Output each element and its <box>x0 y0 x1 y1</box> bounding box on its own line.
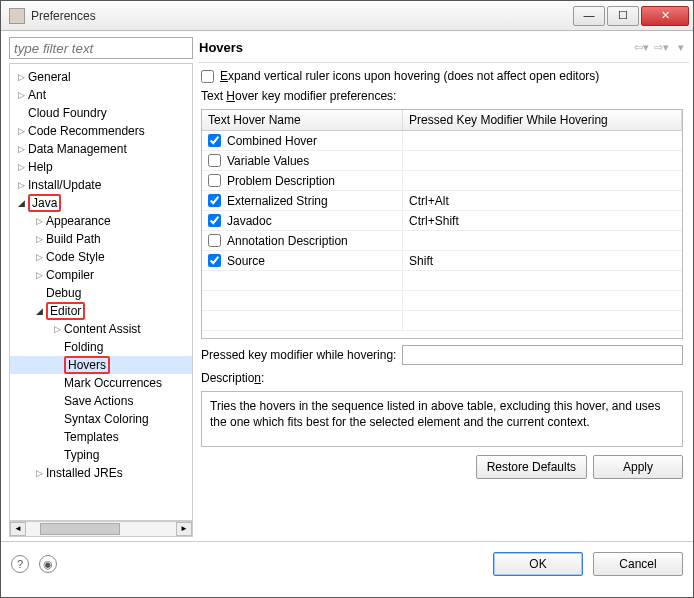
row-modifier: Ctrl+Shift <box>403 211 682 231</box>
status-icon[interactable]: ◉ <box>39 555 57 573</box>
table-row[interactable]: JavadocCtrl+Shift <box>202 211 682 231</box>
row-modifier <box>403 231 682 251</box>
tree-item-content-assist[interactable]: ▷Content Assist <box>10 320 192 338</box>
close-button[interactable]: ✕ <box>641 6 689 26</box>
row-checkbox[interactable] <box>208 134 221 147</box>
chevron-right-icon[interactable]: ▷ <box>32 216 46 226</box>
pressed-label: Pressed key modifier while hovering: <box>201 348 396 362</box>
back-icon[interactable]: ⇦▾ <box>633 41 649 55</box>
tree-item-appearance[interactable]: ▷Appearance <box>10 212 192 230</box>
main-panel: Hovers ⇦▾ ⇨▾ ▾ Expand vertical ruler ico… <box>199 37 689 537</box>
chevron-right-icon[interactable]: ▷ <box>14 72 28 82</box>
table-row[interactable]: Annotation Description <box>202 231 682 251</box>
tree-item-installed-jres[interactable]: ▷Installed JREs <box>10 464 192 482</box>
tree-item-label: Editor <box>46 302 85 320</box>
table-row[interactable]: SourceShift <box>202 251 682 271</box>
scroll-right-icon[interactable]: ► <box>176 522 192 536</box>
pressed-input[interactable] <box>402 345 683 365</box>
chevron-right-icon[interactable]: ▷ <box>14 126 28 136</box>
chevron-right-icon[interactable]: ▷ <box>32 468 46 478</box>
chevron-right-icon[interactable]: ▷ <box>50 324 64 334</box>
tree-item-data-management[interactable]: ▷Data Management <box>10 140 192 158</box>
row-checkbox[interactable] <box>208 214 221 227</box>
chevron-down-icon[interactable]: ◢ <box>14 198 28 208</box>
hover-table[interactable]: Text Hover Name Pressed Key Modifier Whi… <box>201 109 683 339</box>
table-row[interactable]: Externalized StringCtrl+Alt <box>202 191 682 211</box>
window-title: Preferences <box>31 9 571 23</box>
tree-item-hovers[interactable]: Hovers <box>10 356 192 374</box>
row-modifier: Shift <box>403 251 682 271</box>
tree-item-debug[interactable]: Debug <box>10 284 192 302</box>
expand-label: Expand vertical ruler icons upon hoverin… <box>220 69 599 83</box>
tree-item-label: Hovers <box>64 356 110 374</box>
tree-item-general[interactable]: ▷General <box>10 68 192 86</box>
row-name: Javadoc <box>227 214 272 228</box>
tree-item-build-path[interactable]: ▷Build Path <box>10 230 192 248</box>
tree-item-compiler[interactable]: ▷Compiler <box>10 266 192 284</box>
row-checkbox[interactable] <box>208 254 221 267</box>
chevron-right-icon[interactable]: ▷ <box>14 90 28 100</box>
tree-item-label: Save Actions <box>64 394 133 408</box>
tree-item-code-recommenders[interactable]: ▷Code Recommenders <box>10 122 192 140</box>
row-checkbox[interactable] <box>208 194 221 207</box>
tree-item-typing[interactable]: Typing <box>10 446 192 464</box>
apply-button[interactable]: Apply <box>593 455 683 479</box>
tree-item-label: Mark Occurrences <box>64 376 162 390</box>
col-name-header[interactable]: Text Hover Name <box>202 110 403 131</box>
table-row[interactable]: Problem Description <box>202 171 682 191</box>
cancel-button[interactable]: Cancel <box>593 552 683 576</box>
chevron-right-icon[interactable]: ▷ <box>14 144 28 154</box>
menu-icon[interactable]: ▾ <box>673 41 689 55</box>
expand-option[interactable]: Expand vertical ruler icons upon hoverin… <box>201 69 683 83</box>
tree-item-label: Debug <box>46 286 81 300</box>
preferences-tree[interactable]: ▷General▷AntCloud Foundry▷Code Recommend… <box>9 63 193 521</box>
row-checkbox[interactable] <box>208 174 221 187</box>
minimize-button[interactable]: — <box>573 6 605 26</box>
restore-defaults-button[interactable]: Restore Defaults <box>476 455 587 479</box>
table-row[interactable]: Variable Values <box>202 151 682 171</box>
chevron-right-icon[interactable]: ▷ <box>14 162 28 172</box>
chevron-right-icon[interactable]: ▷ <box>14 180 28 190</box>
tree-item-editor[interactable]: ◢Editor <box>10 302 192 320</box>
expand-checkbox[interactable] <box>201 70 214 83</box>
row-checkbox[interactable] <box>208 234 221 247</box>
tree-item-label: Installed JREs <box>46 466 123 480</box>
tree-item-label: Help <box>28 160 53 174</box>
row-modifier <box>403 131 682 151</box>
chevron-right-icon[interactable]: ▷ <box>32 252 46 262</box>
tree-item-mark-occurrences[interactable]: Mark Occurrences <box>10 374 192 392</box>
horizontal-scrollbar[interactable]: ◄ ► <box>9 521 193 537</box>
col-mod-header[interactable]: Pressed Key Modifier While Hovering <box>403 110 682 131</box>
row-modifier <box>403 171 682 191</box>
chevron-right-icon[interactable]: ▷ <box>32 270 46 280</box>
forward-icon[interactable]: ⇨▾ <box>653 41 669 55</box>
tree-item-syntax-coloring[interactable]: Syntax Coloring <box>10 410 192 428</box>
maximize-button[interactable]: ☐ <box>607 6 639 26</box>
tree-item-cloud-foundry[interactable]: Cloud Foundry <box>10 104 192 122</box>
tree-item-save-actions[interactable]: Save Actions <box>10 392 192 410</box>
footer: ? ◉ OK Cancel <box>1 541 693 585</box>
chevron-right-icon[interactable]: ▷ <box>32 234 46 244</box>
ok-button[interactable]: OK <box>493 552 583 576</box>
row-checkbox[interactable] <box>208 154 221 167</box>
tree-item-folding[interactable]: Folding <box>10 338 192 356</box>
scroll-left-icon[interactable]: ◄ <box>10 522 26 536</box>
tree-item-help[interactable]: ▷Help <box>10 158 192 176</box>
tree-item-label: Ant <box>28 88 46 102</box>
chevron-down-icon[interactable]: ◢ <box>32 306 46 316</box>
tree-item-templates[interactable]: Templates <box>10 428 192 446</box>
tree-item-ant[interactable]: ▷Ant <box>10 86 192 104</box>
row-name: Annotation Description <box>227 234 348 248</box>
help-icon[interactable]: ? <box>11 555 29 573</box>
tree-item-install-update[interactable]: ▷Install/Update <box>10 176 192 194</box>
tree-item-java[interactable]: ◢Java <box>10 194 192 212</box>
tree-item-label: General <box>28 70 71 84</box>
tree-item-label: Code Style <box>46 250 105 264</box>
table-row[interactable]: Combined Hover <box>202 131 682 151</box>
tree-item-code-style[interactable]: ▷Code Style <box>10 248 192 266</box>
scroll-thumb[interactable] <box>40 523 120 535</box>
window-icon <box>9 8 25 24</box>
filter-input[interactable] <box>9 37 193 59</box>
scroll-track[interactable] <box>26 522 176 536</box>
tree-item-label: Install/Update <box>28 178 101 192</box>
